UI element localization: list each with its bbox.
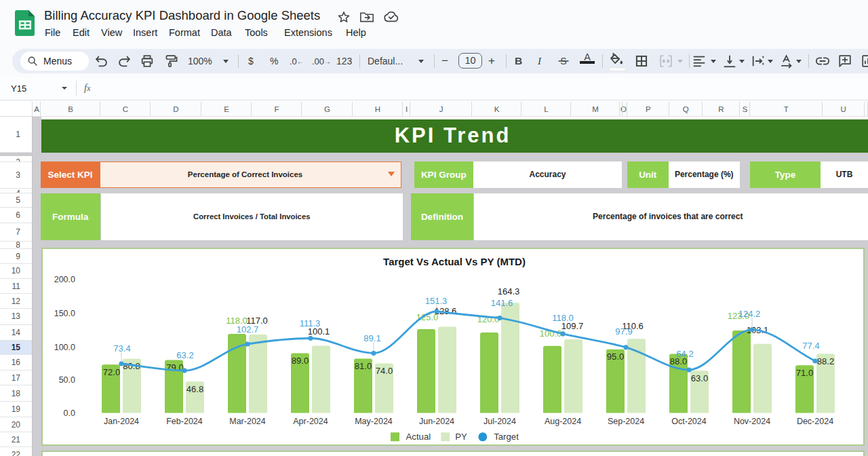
- svg-text:71.0: 71.0: [796, 368, 813, 378]
- svg-text:97.9: 97.9: [615, 326, 632, 337]
- svg-text:Jan-2024: Jan-2024: [104, 417, 139, 426]
- svg-text:Dec-2024: Dec-2024: [797, 417, 833, 426]
- svg-text:Mar-2024: Mar-2024: [229, 417, 266, 426]
- svg-text:Target: Target: [494, 432, 519, 442]
- svg-text:151.3: 151.3: [425, 296, 448, 306]
- svg-text:0.0: 0.0: [64, 408, 75, 418]
- svg-text:81.0: 81.0: [355, 361, 372, 371]
- svg-text:164.3: 164.3: [498, 286, 520, 297]
- svg-text:200.0: 200.0: [54, 275, 75, 284]
- svg-text:Nov-2024: Nov-2024: [734, 417, 770, 426]
- svg-text:Apr-2024: Apr-2024: [293, 417, 328, 426]
- svg-text:May-2024: May-2024: [355, 417, 393, 426]
- svg-text:141.6: 141.6: [491, 298, 513, 308]
- svg-text:72.0: 72.0: [103, 367, 120, 377]
- svg-text:63.0: 63.0: [691, 373, 708, 383]
- svg-text:63.2: 63.2: [176, 350, 193, 360]
- svg-text:Feb-2024: Feb-2024: [166, 417, 203, 426]
- svg-text:89.0: 89.0: [292, 356, 309, 366]
- svg-text:89.1: 89.1: [363, 333, 380, 343]
- svg-text:118.0: 118.0: [552, 313, 574, 323]
- svg-text:Target Vs Actual Vs PY (MTD): Target Vs Actual Vs PY (MTD): [383, 256, 526, 267]
- svg-text:Aug-2024: Aug-2024: [545, 417, 581, 426]
- svg-text:100.0: 100.0: [54, 343, 75, 352]
- svg-text:50.0: 50.0: [59, 375, 75, 385]
- svg-text:77.4: 77.4: [802, 341, 819, 351]
- svg-text:Jun-2024: Jun-2024: [419, 417, 454, 426]
- svg-text:74.0: 74.0: [376, 366, 393, 376]
- svg-text:73.4: 73.4: [113, 343, 130, 354]
- svg-text:124.2: 124.2: [738, 309, 761, 319]
- svg-text:88.2: 88.2: [817, 356, 834, 366]
- svg-text:PY: PY: [455, 432, 467, 442]
- svg-text:102.7: 102.7: [237, 324, 259, 335]
- svg-text:Oct-2024: Oct-2024: [671, 417, 706, 426]
- svg-text:111.3: 111.3: [300, 318, 321, 328]
- svg-text:Jul-2024: Jul-2024: [484, 417, 516, 426]
- svg-text:46.8: 46.8: [186, 384, 203, 394]
- svg-text:150.0: 150.0: [54, 309, 75, 318]
- svg-text:Sep-2024: Sep-2024: [608, 417, 644, 426]
- svg-text:Actual: Actual: [406, 432, 431, 442]
- svg-text:95.0: 95.0: [607, 352, 624, 362]
- svg-text:64.2: 64.2: [676, 349, 693, 359]
